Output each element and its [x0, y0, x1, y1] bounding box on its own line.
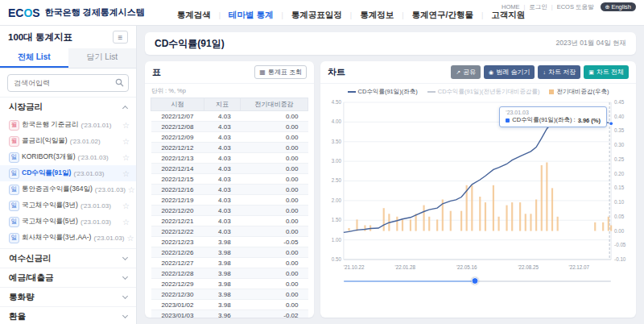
- cell-value: 3.98: [204, 279, 240, 289]
- indicator-item[interactable]: 일회사채수익률(3년,AA-)('23.01.03)☆: [0, 230, 136, 246]
- right-axis-tick: 0.05: [614, 214, 625, 219]
- cell-value: 4.03: [204, 195, 240, 206]
- sidebar-section-header[interactable]: 여수신금리: [0, 248, 136, 268]
- expand-button[interactable]: ▣차트 전체: [584, 65, 629, 79]
- section-label: 통화량: [9, 292, 35, 303]
- sidebar-section-header[interactable]: 환율: [0, 306, 136, 324]
- legend-item[interactable]: CD수익률(91일)(전년동기대비증감률): [427, 88, 540, 96]
- indicator-item[interactable]: 일국고채수익률(3년)('23.01.03)☆: [0, 197, 136, 214]
- bar-change: [423, 206, 424, 231]
- sidebar-section-header[interactable]: 예금/대출금: [0, 268, 136, 287]
- sidebar: 100대 통계지표 ≡ 전체 List 담기 List 시장금리월한국은행 기준…: [0, 26, 137, 324]
- indicator-date: ('23.01.03): [78, 154, 109, 161]
- download-icon: ↓: [543, 69, 546, 75]
- frequency-badge: 일: [9, 201, 19, 211]
- chart-range-slider[interactable]: [344, 276, 611, 286]
- cell-change: 0.00: [241, 289, 308, 300]
- tab-all-list[interactable]: 전체 List: [0, 48, 68, 68]
- left-axis-tick: 4.50: [332, 99, 342, 105]
- cell-change: 0.00: [241, 206, 308, 216]
- cell-change: 0.00: [241, 164, 308, 174]
- table-row: 2022/12/283.980.00: [151, 268, 308, 279]
- chart-panel-title: 차트: [328, 66, 345, 78]
- bar-change: [594, 222, 596, 231]
- search-icon: [115, 78, 124, 87]
- cell-value: 3.98: [204, 258, 240, 268]
- slider-handle[interactable]: [471, 277, 478, 285]
- star-icon[interactable]: ☆: [128, 185, 135, 194]
- nav-item[interactable]: 통계정보: [360, 10, 394, 21]
- chart-body: CD수익률(91일)(좌축)CD수익률(91일)(전년동기대비증감률)전기대비증…: [320, 84, 636, 318]
- nav-item[interactable]: 통계연구/간행물: [412, 10, 473, 21]
- right-axis-tick: 0.00: [614, 228, 625, 234]
- indicator-item[interactable]: 일KORIBOR(3개월)('23.01.03)☆: [0, 149, 136, 165]
- star-icon[interactable]: ☆: [122, 201, 130, 210]
- indicator-item[interactable]: 월콜금리(익일물)('23.01.02)☆: [0, 133, 136, 149]
- utility-links: HOME|로그인|ECOS 도움말⊕English: [502, 2, 636, 11]
- right-axis-tick: 0.10: [614, 199, 625, 205]
- nav-item[interactable]: 테마별 통계: [229, 10, 273, 21]
- utility-link[interactable]: 로그인: [529, 3, 547, 11]
- table-row: 2022/12/263.980.00: [151, 247, 308, 258]
- cell-change: 0.00: [241, 268, 308, 279]
- bar-change: [525, 214, 526, 231]
- cell-value: 4.03: [204, 111, 240, 122]
- table-row: 2022/12/233.98-0.05: [151, 237, 308, 247]
- nav-separator: |: [350, 11, 352, 19]
- indicator-item[interactable]: 월한국은행 기준금리('23.01.01)☆: [0, 117, 136, 133]
- view-statistics-table-button[interactable]: ▦ 통계표 조회: [254, 65, 307, 79]
- star-icon[interactable]: ☆: [122, 218, 130, 226]
- chart-tooltip: '23.01.03 CD수익률(91일)(좌축) : 3.96 (%): [499, 106, 607, 127]
- star-icon[interactable]: ☆: [126, 234, 134, 243]
- legend-item[interactable]: 전기대비증감(우축): [549, 88, 609, 96]
- indicator-date: ('23.01.03): [95, 186, 126, 193]
- bar-change: [396, 217, 398, 231]
- download-button[interactable]: ↓차트 저장: [538, 65, 580, 79]
- bar-change: [479, 197, 481, 231]
- cell-change: 0.00: [241, 122, 308, 132]
- indicator-item[interactable]: 일국고채수익률(5년)('23.01.03)☆: [0, 214, 136, 230]
- sidebar-header: 100대 통계지표 ≡: [0, 26, 136, 47]
- star-icon[interactable]: ☆: [122, 153, 130, 162]
- legend-marker: [348, 91, 356, 93]
- utility-link[interactable]: ECOS 도움말: [557, 3, 594, 11]
- table-row: 2022/12/094.030.00: [151, 132, 308, 143]
- cell-value: 3.98: [204, 268, 240, 279]
- star-icon[interactable]: ☆: [122, 137, 130, 146]
- star-icon[interactable]: ☆: [122, 169, 130, 178]
- language-button[interactable]: ⊕English: [601, 2, 636, 11]
- ecos-logo[interactable]: ECOS 한국은행 경제통계시스템: [8, 6, 145, 19]
- cell-change: 0.00: [241, 143, 308, 153]
- last-point-marker: [609, 122, 613, 126]
- nav-item[interactable]: 통계공표일정: [291, 10, 342, 21]
- sidebar-section-header[interactable]: 시장금리: [0, 97, 136, 116]
- sidebar-title: 100대 통계지표: [8, 31, 72, 44]
- bar-change: [471, 185, 473, 231]
- bar-change: [493, 185, 494, 231]
- as-of-date: 2023년 01월 04일 현재: [556, 39, 626, 48]
- list-view-button[interactable]: ≡: [113, 31, 128, 44]
- eye-off-button[interactable]: ◉범례 숨기기: [484, 65, 535, 79]
- table-row: 2023/01/023.980.00: [151, 300, 308, 310]
- cell-value: 3.98: [204, 247, 240, 258]
- sidebar-section-header[interactable]: 통화량: [0, 287, 136, 306]
- nav-item[interactable]: 통계검색: [177, 10, 211, 21]
- star-icon[interactable]: ☆: [122, 121, 130, 130]
- search-input[interactable]: [7, 74, 129, 92]
- cell-change: 0.00: [241, 132, 308, 143]
- indicator-date: ('23.01.03): [80, 218, 111, 226]
- cell-value: 3.98: [204, 237, 240, 247]
- legend-item[interactable]: CD수익률(91일)(좌축): [348, 88, 418, 96]
- share-button[interactable]: ↗공유: [451, 65, 481, 79]
- tab-saved-list[interactable]: 담기 List: [68, 48, 137, 68]
- button-label: 통계표 조회: [268, 68, 302, 77]
- right-axis-tick: 0.40: [614, 114, 625, 119]
- bar-change: [415, 214, 417, 231]
- table-row: 2022/12/144.030.00: [151, 164, 308, 174]
- indicator-item[interactable]: 일CD수익률(91일)('23.01.03)☆: [0, 165, 136, 181]
- right-axis-tick: 0.35: [614, 127, 625, 133]
- table-row: 2022/12/194.030.00: [151, 195, 308, 206]
- indicator-item[interactable]: 일통안증권수익률(364일)('23.01.03)☆: [0, 181, 136, 197]
- indicator-label: 한국은행 기준금리: [22, 120, 78, 130]
- utility-link[interactable]: HOME: [502, 3, 520, 10]
